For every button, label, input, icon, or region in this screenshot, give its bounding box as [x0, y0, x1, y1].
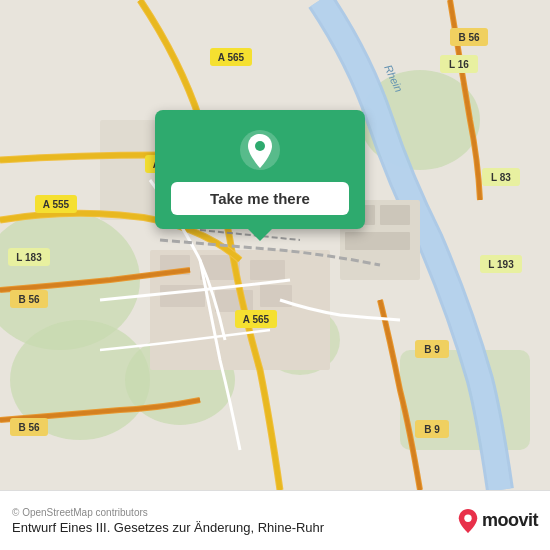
svg-text:B 9: B 9 — [424, 344, 440, 355]
svg-point-47 — [255, 141, 265, 151]
svg-text:L 83: L 83 — [491, 172, 511, 183]
svg-text:L 16: L 16 — [449, 59, 469, 70]
attribution-text: © OpenStreetMap contributors — [12, 507, 448, 518]
bottom-info-bar: © OpenStreetMap contributors Entwurf Ein… — [0, 490, 550, 550]
svg-text:L 193: L 193 — [488, 259, 514, 270]
svg-rect-10 — [250, 260, 285, 280]
svg-text:A 565: A 565 — [243, 314, 270, 325]
moovit-brand-text: moovit — [482, 510, 538, 531]
moovit-logo: moovit — [458, 509, 538, 533]
location-pin-icon — [238, 128, 282, 172]
svg-rect-16 — [380, 205, 410, 225]
svg-text:B 9: B 9 — [424, 424, 440, 435]
destination-info: © OpenStreetMap contributors Entwurf Ein… — [12, 507, 448, 535]
moovit-pin-icon — [458, 509, 478, 533]
svg-text:A 565: A 565 — [218, 52, 245, 63]
svg-rect-11 — [160, 285, 205, 307]
take-me-there-button[interactable]: Take me there — [171, 182, 349, 215]
navigation-popup[interactable]: Take me there — [155, 110, 365, 229]
svg-rect-17 — [345, 232, 410, 250]
svg-text:B 56: B 56 — [458, 32, 480, 43]
map-container[interactable]: A 565 A 565 A 565 A 555 L 183 B 56 B 56 … — [0, 0, 550, 490]
map-svg: A 565 A 565 A 565 A 555 L 183 B 56 B 56 … — [0, 0, 550, 490]
svg-text:B 56: B 56 — [18, 422, 40, 433]
svg-text:B 56: B 56 — [18, 294, 40, 305]
svg-text:A 555: A 555 — [43, 199, 70, 210]
svg-point-48 — [464, 514, 471, 521]
svg-text:L 183: L 183 — [16, 252, 42, 263]
destination-text: Entwurf Eines III. Gesetzes zur Änderung… — [12, 520, 448, 535]
